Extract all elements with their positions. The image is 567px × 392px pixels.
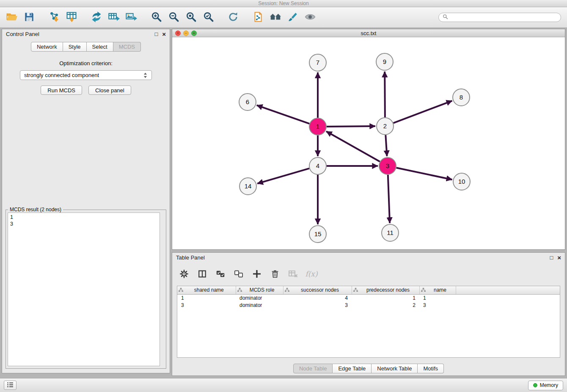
save-session-icon — [24, 11, 35, 24]
show-hide-panels-button[interactable] — [303, 9, 318, 25]
export-table-icon — [108, 11, 120, 24]
table-row[interactable]: 3dominator323 — [177, 301, 560, 309]
edge-3-10[interactable] — [396, 168, 452, 179]
run-mcds-button[interactable]: Run MCDS — [41, 86, 82, 95]
tab-style[interactable]: Style — [63, 42, 87, 52]
zoom-in-button[interactable] — [149, 9, 164, 25]
column-label: name — [434, 287, 446, 293]
toolbar-separator — [81, 11, 87, 24]
save-session-button[interactable] — [22, 9, 37, 25]
import-network-button[interactable] — [47, 9, 62, 25]
window-close-button[interactable]: × — [175, 30, 181, 36]
memory-button[interactable]: Memory — [528, 381, 563, 390]
table-tab-motifs[interactable]: Motifs — [418, 364, 444, 373]
column-label: successor nodes — [301, 287, 339, 293]
network-graph[interactable]: 7968124314101511 — [172, 37, 565, 249]
export-network-button[interactable] — [89, 9, 104, 25]
criterion-dropdown[interactable]: strongly connected component — [20, 70, 152, 80]
delete-entry-button[interactable] — [269, 268, 281, 280]
table-tab-edge-table[interactable]: Edge Table — [333, 364, 372, 373]
app-titlebar[interactable]: Session: New Session — [0, 0, 567, 7]
close-table-panel-icon[interactable]: × — [557, 255, 561, 260]
edge-1-6[interactable] — [257, 105, 310, 124]
column-type-icon — [353, 287, 358, 293]
open-session-button[interactable] — [4, 9, 19, 25]
table-panel-header[interactable]: Table Panel □ × — [172, 253, 565, 262]
open-session-icon — [6, 11, 18, 24]
edge-4-14[interactable] — [257, 168, 309, 184]
import-table-icon — [66, 11, 77, 24]
column-header-shared-name[interactable]: shared name — [177, 286, 236, 294]
edge-3-11[interactable] — [388, 175, 390, 223]
table-cell[interactable]: 3 — [177, 301, 236, 309]
import-table-button[interactable] — [64, 9, 79, 25]
table-cell[interactable]: 4 — [283, 294, 352, 301]
search-box[interactable] — [438, 13, 561, 22]
node-label-3: 3 — [386, 162, 389, 169]
tab-network[interactable]: Network — [31, 42, 63, 52]
refresh-button[interactable] — [226, 9, 241, 25]
table-cell[interactable]: 2 — [352, 301, 419, 309]
edge-2-3[interactable] — [385, 135, 387, 156]
table-cell[interactable]: 1 — [177, 294, 236, 301]
show-columns-button[interactable] — [196, 268, 208, 280]
column-header-name[interactable]: name — [419, 286, 456, 294]
settings-gear-button[interactable] — [178, 268, 190, 280]
tab-mcds[interactable]: MCDS — [113, 42, 141, 52]
mcds-result-group: MCDS result (2 nodes) 13 — [6, 210, 166, 369]
task-history-button[interactable] — [4, 381, 17, 390]
table-cell[interactable]: 1 — [352, 294, 419, 301]
table-cell[interactable]: 1 — [419, 294, 456, 301]
table-cell[interactable]: 3 — [419, 301, 456, 309]
column-header-predecessor-nodes[interactable]: predecessor nodes — [352, 286, 419, 294]
export-table-button[interactable] — [106, 9, 121, 25]
edge-2-8[interactable] — [394, 101, 452, 123]
window-minimize-button[interactable]: − — [183, 30, 189, 36]
node-label-2: 2 — [383, 122, 387, 130]
edge-3-1[interactable] — [326, 131, 380, 161]
ndex-home-button[interactable] — [268, 9, 283, 25]
table-cell[interactable]: 3 — [283, 301, 352, 309]
float-panel-icon[interactable]: □ — [154, 31, 158, 37]
search-input[interactable] — [450, 14, 557, 20]
unselect-all-button[interactable] — [233, 268, 245, 280]
mcds-result-list[interactable]: 13 — [8, 213, 160, 366]
add-entry-button[interactable] — [251, 268, 263, 280]
table-panel-title: Table Panel — [176, 254, 205, 261]
node-label-8: 8 — [460, 94, 463, 101]
window-zoom-button[interactable]: + — [191, 30, 197, 36]
node-label-6: 6 — [246, 98, 249, 105]
table-row[interactable]: 1dominator411 — [177, 294, 560, 301]
open-network-document-button[interactable] — [250, 9, 266, 25]
table-tab-node-table[interactable]: Node Table — [293, 364, 333, 373]
close-panel-button[interactable]: Close panel — [88, 86, 131, 95]
tab-select[interactable]: Select — [87, 42, 113, 52]
network-canvas[interactable]: 7968124314101511 — [172, 37, 565, 249]
style-paint-icon — [287, 11, 298, 24]
zoom-fit-button[interactable] — [183, 9, 198, 25]
column-header-mcds-role[interactable]: MCDS role — [236, 286, 283, 294]
criterion-value: strongly connected component — [24, 72, 99, 78]
select-all-button[interactable] — [215, 268, 226, 280]
table-cell[interactable]: dominator — [236, 294, 283, 301]
list-icon — [7, 382, 14, 389]
edge-1-2[interactable] — [327, 126, 375, 127]
zoom-out-button[interactable] — [166, 9, 181, 25]
close-panel-icon[interactable]: × — [162, 31, 166, 37]
export-image-button[interactable] — [124, 9, 139, 25]
refresh-icon — [228, 11, 239, 24]
column-type-icon — [237, 287, 242, 293]
network-window-titlebar[interactable]: scc.txt × − + — [172, 29, 565, 37]
open-network-document-icon — [253, 11, 264, 24]
style-paint-button[interactable] — [285, 9, 300, 25]
control-panel-header[interactable]: Control Panel □ × — [2, 29, 170, 39]
float-table-panel-icon[interactable]: □ — [550, 255, 553, 260]
column-header-successor-nodes[interactable]: successor nodes — [283, 286, 352, 294]
table-tab-network-table[interactable]: Network Table — [372, 364, 418, 373]
table-cell-filler — [456, 301, 560, 309]
table-cell[interactable]: dominator — [236, 301, 283, 309]
result-line: 1 — [10, 214, 157, 221]
zoom-selected-button[interactable] — [201, 9, 216, 25]
edge-2-9[interactable] — [385, 72, 385, 117]
delete-table-button — [287, 268, 299, 280]
